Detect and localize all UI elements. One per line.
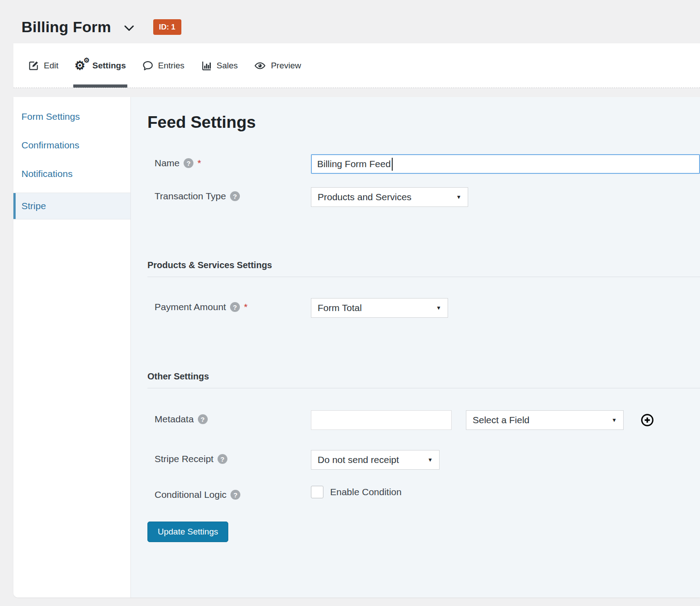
- select-arrow-icon: ▼: [428, 457, 433, 463]
- help-icon[interactable]: ?: [230, 302, 240, 312]
- tab-edit-label: Edit: [44, 61, 59, 71]
- transaction-type-select[interactable]: Products and Services ▼: [311, 187, 468, 207]
- sidebar-item-label: Confirmations: [21, 140, 80, 151]
- tab-preview[interactable]: Preview: [254, 43, 301, 88]
- feed-name-input[interactable]: [311, 154, 700, 174]
- page-title: Feed Settings: [147, 113, 700, 132]
- metadata-row: Metadata ? Select a Field ▼: [147, 410, 700, 430]
- tab-settings-label: Settings: [92, 61, 126, 71]
- tab-preview-label: Preview: [271, 61, 301, 71]
- transaction-type-label: Transaction Type: [155, 191, 226, 202]
- bar-chart-icon: [201, 60, 212, 72]
- other-settings-section-title: Other Settings: [147, 371, 700, 382]
- conditional-logic-row: Conditional Logic ? Enable Condition: [147, 486, 700, 500]
- payment-amount-select[interactable]: Form Total ▼: [311, 298, 448, 318]
- sidebar-item-notifications[interactable]: Notifications: [13, 160, 130, 188]
- select-arrow-icon: ▼: [436, 305, 441, 311]
- products-services-section-title: Products & Services Settings: [147, 260, 700, 270]
- update-settings-button[interactable]: Update Settings: [147, 522, 228, 542]
- stripe-receipt-value: Do not send receipt: [318, 454, 399, 465]
- metadata-key-input[interactable]: [311, 410, 452, 430]
- chevron-down-icon[interactable]: [124, 22, 134, 32]
- name-field-row: Name ? *: [147, 154, 700, 174]
- form-title: Billing Form: [21, 18, 111, 36]
- sidebar-item-stripe[interactable]: Stripe: [13, 193, 130, 219]
- stripe-receipt-row: Stripe Receipt ? Do not send receipt ▼: [147, 450, 700, 470]
- help-icon[interactable]: ?: [198, 414, 208, 424]
- help-icon[interactable]: ?: [231, 490, 240, 500]
- metadata-label: Metadata: [155, 414, 194, 425]
- eye-preview-icon: [254, 60, 266, 72]
- select-arrow-icon: ▼: [456, 194, 461, 200]
- stripe-receipt-select[interactable]: Do not send receipt ▼: [311, 450, 440, 470]
- gears-settings-icon: ⚙ ⚙: [75, 59, 88, 72]
- tab-settings[interactable]: ⚙ ⚙ Settings: [75, 43, 126, 88]
- transaction-type-value: Products and Services: [318, 192, 411, 202]
- help-icon[interactable]: ?: [184, 158, 193, 168]
- section-divider: [147, 388, 700, 388]
- settings-panel: Form Settings Confirmations Notification…: [13, 97, 700, 598]
- sidebar-addon-group: Stripe: [13, 193, 130, 219]
- form-toolbar-tabs: Edit ⚙ ⚙ Settings Entries Sales Preview: [13, 43, 700, 88]
- settings-sidebar: Form Settings Confirmations Notification…: [13, 97, 131, 598]
- tab-entries-label: Entries: [158, 61, 184, 71]
- section-divider: [147, 277, 700, 277]
- payment-amount-row: Payment Amount ? * Form Total ▼: [147, 298, 700, 318]
- name-field-label: Name: [155, 158, 180, 168]
- payment-amount-value: Form Total: [318, 303, 362, 313]
- feed-settings-content: Feed Settings Name ? * Transaction Type …: [131, 97, 700, 598]
- sidebar-item-label: Notifications: [21, 168, 72, 179]
- add-metadata-plus-icon[interactable]: [641, 413, 654, 427]
- enable-condition-checkbox[interactable]: [311, 486, 323, 498]
- sidebar-item-label: Stripe: [21, 201, 46, 211]
- metadata-field-select[interactable]: Select a Field ▼: [466, 410, 624, 430]
- tab-entries[interactable]: Entries: [142, 43, 184, 88]
- required-asterisk: *: [197, 158, 201, 168]
- form-id-badge: ID: 1: [153, 19, 181, 35]
- sidebar-item-form-settings[interactable]: Form Settings: [13, 102, 130, 131]
- conditional-logic-label: Conditional Logic: [155, 489, 226, 500]
- payment-amount-label: Payment Amount: [155, 302, 226, 312]
- sidebar-item-confirmations[interactable]: Confirmations: [13, 131, 130, 160]
- help-icon[interactable]: ?: [230, 191, 240, 201]
- select-arrow-icon: ▼: [612, 417, 617, 423]
- tab-sales-label: Sales: [217, 61, 238, 71]
- metadata-field-value: Select a Field: [473, 415, 529, 425]
- tab-sales[interactable]: Sales: [201, 43, 238, 88]
- tab-edit[interactable]: Edit: [28, 43, 59, 88]
- text-caret: [392, 158, 393, 171]
- speech-bubble-icon: [142, 60, 154, 72]
- sidebar-item-label: Form Settings: [21, 111, 80, 122]
- enable-condition-label: Enable Condition: [330, 487, 402, 497]
- pencil-edit-icon: [28, 60, 39, 72]
- page-header: Billing Form ID: 1: [0, 0, 700, 43]
- help-icon[interactable]: ?: [218, 454, 227, 464]
- stripe-receipt-label: Stripe Receipt: [155, 454, 214, 464]
- transaction-type-row: Transaction Type ? Products and Services…: [147, 187, 700, 207]
- required-asterisk: *: [244, 302, 247, 312]
